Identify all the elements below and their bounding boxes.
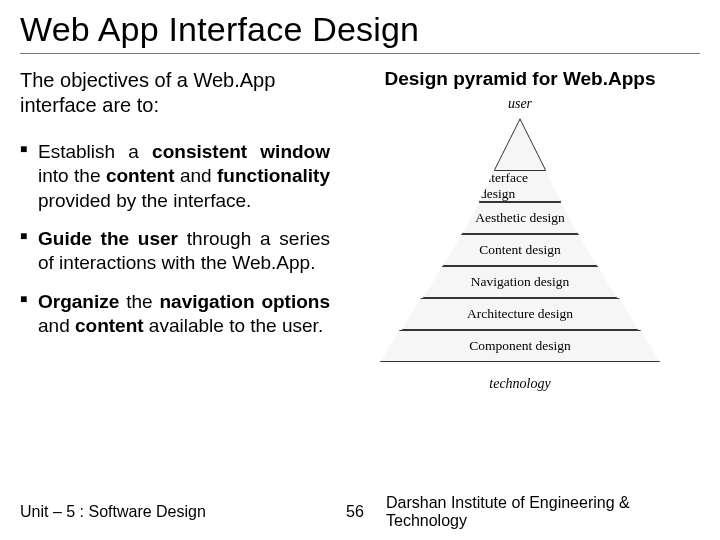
pyramid-layer: Component design: [380, 330, 660, 362]
bullet-item: Organize the navigation options and cont…: [20, 290, 330, 339]
pyramid-layer: Architecture design: [402, 298, 638, 330]
pyramid-apex-label: user: [508, 96, 532, 112]
pyramid-base-label: technology: [489, 376, 550, 392]
pyramid-layer: Navigation design: [423, 266, 617, 298]
bullet-item: Establish a consistent window into the c…: [20, 140, 330, 213]
slide: Web App Interface Design The objectives …: [0, 0, 720, 540]
pyramid-layer: Interface design: [479, 170, 561, 202]
pyramid-tip: [495, 120, 545, 170]
pyramid-diagram: user Interface design Aesthetic design C…: [350, 98, 690, 388]
left-column: The objectives of a Web.App interface ar…: [20, 68, 330, 388]
figure-title: Design pyramid for Web.Apps: [340, 68, 700, 90]
right-column: Design pyramid for Web.Apps user Interfa…: [340, 68, 700, 388]
intro-text: The objectives of a Web.App interface ar…: [20, 68, 330, 118]
pyramid-layer: Aesthetic design: [462, 202, 578, 234]
content-columns: The objectives of a Web.App interface ar…: [20, 68, 700, 388]
pyramid-layer: Content design: [443, 234, 597, 266]
bullet-item: Guide the user through a series of inter…: [20, 227, 330, 276]
footer: Unit – 5 : Software Design 56 Darshan In…: [0, 494, 720, 530]
footer-org: Darshan Institute of Engineering & Techn…: [380, 494, 700, 530]
footer-unit: Unit – 5 : Software Design: [20, 503, 330, 521]
footer-page-number: 56: [330, 503, 380, 521]
slide-title: Web App Interface Design: [20, 10, 700, 54]
bullet-list: Establish a consistent window into the c…: [20, 140, 330, 338]
